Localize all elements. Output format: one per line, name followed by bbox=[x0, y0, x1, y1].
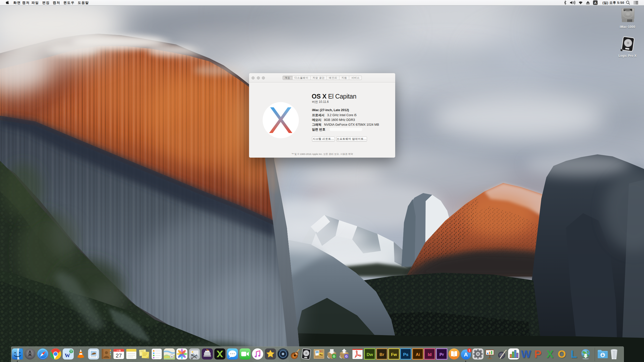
svg-text:Pr: Pr bbox=[439, 352, 444, 357]
svg-text:G: G bbox=[333, 355, 335, 358]
svg-text:A: A bbox=[594, 1, 597, 5]
svg-text:27: 27 bbox=[116, 352, 122, 359]
svg-text:Dw: Dw bbox=[367, 352, 373, 357]
svg-text:O: O bbox=[558, 348, 566, 360]
svg-text:Id: Id bbox=[428, 352, 431, 357]
svg-text:Fw: Fw bbox=[391, 352, 397, 357]
svg-text:Br: Br bbox=[380, 352, 384, 357]
svg-text:Ai: Ai bbox=[416, 352, 420, 357]
svg-text:Ps: Ps bbox=[403, 352, 409, 357]
svg-text:A: A bbox=[464, 351, 468, 358]
svg-text:L: L bbox=[571, 348, 577, 360]
svg-text:X: X bbox=[546, 348, 553, 360]
svg-text:G: G bbox=[345, 355, 347, 358]
svg-text:P: P bbox=[534, 348, 541, 360]
svg-text:12월: 12월 bbox=[117, 349, 121, 352]
svg-text:W: W bbox=[521, 348, 531, 360]
svg-text:3D: 3D bbox=[171, 356, 173, 358]
svg-text:1: 1 bbox=[469, 349, 470, 352]
